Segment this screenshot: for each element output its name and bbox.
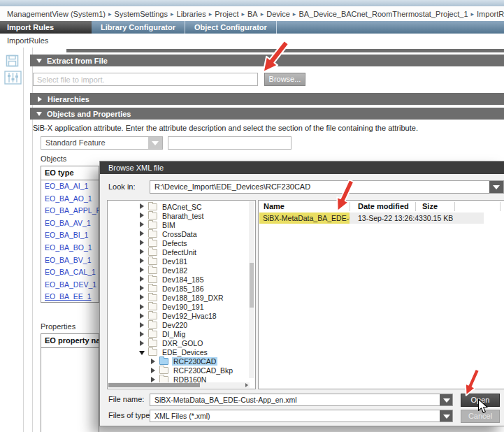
breadcrumb-item[interactable]: SystemSettings [115,10,168,18]
expand-icon[interactable] [139,222,145,228]
tree-item[interactable]: DXR_GOLO [108,339,248,348]
tab-object-configurator[interactable]: Object Configurator [185,21,277,34]
folder-icon [148,312,157,319]
tree-item-label: RCF230CAD [172,357,217,366]
tree-horizontal-scrollbar[interactable] [108,382,250,388]
expand-icon[interactable] [139,213,145,219]
expand-icon[interactable] [139,322,145,329]
chevron-down-icon[interactable] [440,394,452,405]
look-in-select[interactable]: R:\Device_Import\EDE_Devices\RCF230CAD [150,180,504,194]
scroll-right-icon[interactable] [245,383,248,387]
tree-item[interactable]: RCF230CAD_Bkp [108,366,248,375]
breadcrumb-item[interactable]: BA [247,10,258,18]
breadcrumb-item[interactable]: Project [215,10,238,18]
breadcrumb-item[interactable]: BA_Device_BACnet_RoomThermostat_Project_… [298,10,468,18]
tree-item[interactable]: Dev182 [108,266,248,275]
tree-item-label: DefectUnit [161,248,198,257]
expand-icon[interactable] [139,304,145,310]
folder-icon [148,231,157,238]
eo-type-row[interactable]: EO_BA_DEV_1 [41,279,99,291]
column-divider[interactable] [500,202,501,211]
attribute-description-input[interactable] [168,136,291,150]
breadcrumb: ManagementView (System1)▸SystemSettings▸… [0,6,504,21]
tree-item-label: DXR_GOLO [161,339,204,347]
tree-item[interactable]: Dev188_189_DXR [108,293,248,302]
column-header-date-modified[interactable]: Date modified [358,201,409,213]
eo-type-row[interactable]: EO_BA_AV_1 [41,217,99,230]
expand-icon[interactable] [150,359,157,365]
dialog-titlebar[interactable]: Browse XML file [100,161,504,174]
eo-type-row[interactable]: EO_BA_BV_1 [41,254,99,267]
file-import-input[interactable] [33,73,258,86]
tree-item[interactable]: Dev184_185 [108,275,248,284]
feature-type-select[interactable]: Standard Feature [41,136,163,150]
save-button[interactable] [6,55,19,67]
eo-type-row[interactable]: EO_BA_BO_1 [41,242,99,254]
scrollbar-thumb[interactable] [250,263,254,308]
expand-icon[interactable] [150,368,157,374]
tree-item[interactable]: RCF230CAD [108,357,248,366]
expand-icon[interactable] [139,294,145,301]
tree-item[interactable]: Dev181 [108,257,248,266]
expand-icon[interactable] [139,340,145,347]
expand-icon[interactable] [139,313,145,319]
folder-icon [148,240,157,247]
eo-type-row[interactable]: EO_BA_BI_1 [41,229,99,242]
objects-label: Objects [41,154,66,163]
file-name-value: SiBX-MetaData_BA_EDE-Cust-App_en.xml [154,394,437,405]
tab-import-rules[interactable]: Import Rules [0,21,92,34]
tree-item-label: Dev220 [161,321,189,329]
breadcrumb-item[interactable]: Libraries [177,10,206,18]
column-divider[interactable] [454,202,455,211]
expand-icon[interactable] [139,231,145,237]
folder-icon [148,349,157,356]
column-header-size[interactable]: Size [422,201,438,213]
section-objects-and-properties[interactable]: Objects and Properties [30,108,504,120]
breadcrumb-item[interactable]: Device [266,10,290,18]
eo-type-row[interactable]: EO_BA_APPL_Roo [41,205,99,217]
eo-type-row[interactable]: EO_BA_CAL_1 [41,266,99,279]
collapse-icon[interactable] [139,350,145,356]
tree-item[interactable]: Defects [108,238,248,247]
filter-settings-button[interactable] [4,71,22,85]
files-of-type-select[interactable]: XML Files (*.xml) [150,410,453,422]
expand-icon[interactable] [139,331,145,338]
tree-item[interactable]: BACnet_SC [108,202,248,211]
breadcrumb-item[interactable]: ImportRules [477,10,504,18]
tree-item[interactable]: BIM [108,220,248,229]
column-divider[interactable] [415,202,416,211]
tree-item[interactable]: EDE_Devices [108,348,248,357]
folder-icon [148,322,157,329]
breadcrumb-item[interactable]: ManagementView (System1) [7,10,106,18]
expand-icon[interactable] [139,267,145,273]
file-name-cell[interactable]: SiBX-MetaData_BA_EDE-Cus... [259,213,350,224]
chevron-down-icon[interactable] [440,410,452,422]
tree-item[interactable]: Dev185_186 [108,284,248,293]
tree-item[interactable]: DI_Mig [108,330,248,339]
tree-item[interactable]: Dev220 [108,321,248,330]
column-header-name[interactable]: Name [264,201,285,213]
tab-library-configurator[interactable]: Library Configurator [92,21,185,34]
expand-icon[interactable] [139,276,145,282]
tree-item[interactable]: Bharath_test [108,211,248,220]
expand-icon[interactable] [139,203,145,210]
eo-type-list: EO_BA_AI_1EO_BA_AO_1EO_BA_APPL_RooEO_BA_… [41,180,99,303]
eo-type-row[interactable]: EO_BA_AI_1 [41,180,99,193]
tree-item[interactable]: DefectUnit [108,247,248,257]
chevron-down-icon[interactable] [148,137,162,149]
file-name-combo[interactable]: SiBX-MetaData_BA_EDE-Cust-App_en.xml [150,394,453,406]
expand-icon[interactable] [139,285,145,291]
tree-item[interactable]: Dev192_Hvac18 [108,312,248,321]
tree-item[interactable]: Dev190_191 [108,303,248,312]
expand-icon[interactable] [139,258,145,264]
tree-vertical-scrollbar[interactable] [249,201,254,378]
section-hierarchies[interactable]: Hierarchies [30,93,504,105]
chevron-down-icon[interactable] [489,181,503,193]
scrollbar-thumb[interactable] [108,383,200,387]
eo-type-row[interactable]: EO_BA_AO_1 [41,193,99,206]
tree-item[interactable]: CrossData [108,229,248,238]
expand-icon[interactable] [139,249,145,255]
eo-type-row[interactable]: EO_BA_EE_1 [41,291,99,303]
expand-icon[interactable] [139,240,145,246]
mouse-cursor [477,398,490,415]
